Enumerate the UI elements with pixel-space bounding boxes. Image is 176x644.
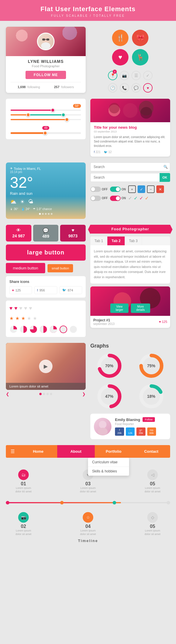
camera-icon[interactable]: 📷 bbox=[120, 71, 129, 80]
tab-1[interactable]: Tab 1 bbox=[90, 237, 107, 245]
tab-content: Lorem ipsum dolor sit amet, consectetur … bbox=[90, 245, 170, 284]
ribbon-icon[interactable]: 🎀 bbox=[132, 30, 148, 46]
timeline-text-04: Lorem ipsumdolor sit amet bbox=[80, 529, 96, 536]
timeline-dot-1 bbox=[6, 501, 9, 504]
stars-row: ★ ★ ★ ★ ★ bbox=[9, 316, 82, 321]
medium-button[interactable]: medium button bbox=[6, 263, 45, 273]
timeline-num-04: 04 bbox=[85, 524, 91, 529]
weather-detail-2: 💧 24° bbox=[21, 207, 30, 211]
navbar-contact[interactable]: Contact bbox=[133, 445, 170, 458]
news-section: Title for your news blog 03 september 20… bbox=[90, 99, 170, 157]
weather-dot-1[interactable] bbox=[39, 213, 41, 215]
toggle-off-2[interactable]: OFF bbox=[90, 196, 108, 201]
search-input-1[interactable] bbox=[90, 162, 170, 171]
timeline-icon-5: ◁ bbox=[147, 469, 158, 480]
mini-pie-2 bbox=[19, 325, 28, 333]
share-heart-icon: ♥ bbox=[12, 289, 14, 292]
toggle-on-1[interactable]: ON bbox=[110, 187, 126, 192]
row-weather-search: ✈ Today in Miami, FL 15:14 pm 32° Rain a… bbox=[6, 162, 170, 219]
profile-stats: 1,698 following 257 followers bbox=[11, 82, 81, 89]
video-next-arrow[interactable]: ❯ bbox=[82, 392, 86, 396]
weather-desc: Rain and sun bbox=[10, 191, 82, 196]
weather-dot-3[interactable] bbox=[45, 213, 47, 215]
likes-number: 9873 bbox=[62, 234, 83, 238]
stat-views: 👁 24 987 bbox=[6, 225, 31, 242]
small-button[interactable]: small button bbox=[48, 264, 73, 272]
project-date: september 2013 bbox=[93, 322, 114, 326]
slider-3 bbox=[11, 119, 81, 120]
news-image bbox=[90, 99, 170, 122]
hearts-pies-section: ♥ ♥ ♥ ♥ ♥ ★ ★ ★ ★ ★ bbox=[6, 301, 86, 337]
weather-dot-4[interactable] bbox=[48, 213, 50, 215]
hearts-row: ♥ ♥ ♥ ♥ ♥ bbox=[9, 305, 82, 311]
mini-pie-6 bbox=[59, 325, 67, 333]
share-tw-item[interactable]: 🐦 874 bbox=[60, 286, 82, 294]
svg-point-25 bbox=[98, 428, 108, 435]
weather-dot-5[interactable] bbox=[51, 213, 53, 215]
dropdown-item-1[interactable]: Curriculum vitae bbox=[88, 458, 129, 467]
mini-pie-5 bbox=[49, 325, 57, 333]
toggle-on-2[interactable]: ON bbox=[110, 196, 126, 201]
large-button[interactable]: large button bbox=[6, 244, 86, 261]
search-section: 🔍 OK bbox=[90, 162, 170, 182]
mini-pie-1 bbox=[9, 325, 18, 333]
svg-rect-2 bbox=[42, 38, 45, 41]
news-stat-fb: f 221 bbox=[94, 150, 100, 154]
heart-icon[interactable]: ♥ bbox=[112, 49, 128, 66]
profile-name: LYNE WILLIAMS bbox=[11, 59, 81, 64]
navbar-portfolio[interactable]: Portfolio bbox=[95, 445, 133, 458]
list-icon[interactable]: ☰ bbox=[131, 71, 141, 80]
tab-3[interactable]: Tab 3 bbox=[125, 237, 142, 245]
project-info: Project #1 september 2013 ♥ 125 bbox=[90, 316, 170, 328]
tab-2[interactable]: Tab 2 bbox=[107, 237, 125, 245]
star-4: ★ bbox=[27, 316, 31, 321]
chat-icon[interactable]: 💬 bbox=[131, 83, 141, 93]
heart-2: ♥ bbox=[14, 305, 18, 311]
view-larger-button[interactable]: View larger bbox=[110, 303, 128, 313]
share-heart-item[interactable]: ♥ 125 bbox=[9, 286, 32, 294]
profile-card: LYNE WILLIAMS Food Photographer FOLLOW M… bbox=[6, 27, 86, 93]
phone-icon[interactable]: 📞 bbox=[120, 83, 129, 93]
timeline-num-05-bot: 05 bbox=[150, 524, 155, 529]
follow-button[interactable]: FOLLOW ME bbox=[26, 71, 66, 79]
check-circle-icon[interactable]: ✓ bbox=[143, 71, 153, 80]
toggle-off-1[interactable]: OFF bbox=[90, 187, 108, 192]
video-play-button[interactable]: ▶ bbox=[39, 360, 53, 373]
sliders-card: 58° bbox=[6, 99, 86, 139]
weather-dot-2[interactable] bbox=[42, 213, 44, 215]
row-profile-icons: LYNE WILLIAMS Food Photographer FOLLOW M… bbox=[6, 27, 170, 93]
svg-point-24 bbox=[99, 421, 106, 428]
hamburger-button[interactable]: ☰ bbox=[6, 445, 19, 458]
video-dot-2[interactable] bbox=[43, 393, 45, 395]
video-dot-1[interactable] bbox=[39, 393, 42, 395]
video-dot-3[interactable] bbox=[46, 393, 49, 395]
cb-plus[interactable]: + bbox=[128, 185, 136, 193]
timeline-track bbox=[6, 502, 170, 503]
more-details-button[interactable]: More details bbox=[131, 303, 150, 313]
fork-knife-icon[interactable]: 🍴 bbox=[112, 30, 128, 46]
social-follow-button[interactable]: Follow bbox=[143, 417, 155, 422]
donut-70: 70% bbox=[90, 353, 128, 379]
share-fb-item[interactable]: f 956 bbox=[34, 286, 57, 294]
timeline-num-03: 03 bbox=[85, 481, 91, 487]
heart-small-icon[interactable]: ♥ bbox=[143, 83, 153, 93]
cb-check-blue[interactable]: ✓ bbox=[138, 185, 145, 193]
graphs-section: Graphs 70% 75% bbox=[90, 343, 170, 439]
news-card: Title for your news blog 03 september 20… bbox=[90, 99, 170, 157]
clock-icon[interactable]: 🕐 bbox=[108, 83, 117, 93]
cb-minus[interactable]: − bbox=[147, 185, 155, 193]
navbar-about[interactable]: About bbox=[57, 445, 95, 458]
cb-x[interactable]: ✕ bbox=[156, 185, 164, 193]
deer-icon[interactable]: 🦌 bbox=[132, 49, 148, 66]
video-prev-arrow[interactable]: ❮ bbox=[6, 392, 9, 396]
search-input-2[interactable] bbox=[90, 173, 160, 182]
progress-bar-1 bbox=[11, 132, 81, 134]
row-sliders-news: 58° bbox=[6, 99, 170, 157]
checkbox-group-2: ✓ ✓ ✓ ✓ bbox=[128, 195, 149, 201]
left-col-ribbon: 👁 24 987 💬 489 ♥ 9873 large button mediu… bbox=[6, 225, 86, 337]
search-ok-button[interactable]: OK bbox=[160, 173, 170, 182]
dropdown-item-2[interactable]: Skills & hobbies bbox=[88, 467, 129, 476]
following-stat: 1,698 following bbox=[18, 85, 40, 89]
video-dot-4[interactable] bbox=[50, 393, 52, 395]
navbar-home[interactable]: Home bbox=[19, 445, 57, 458]
